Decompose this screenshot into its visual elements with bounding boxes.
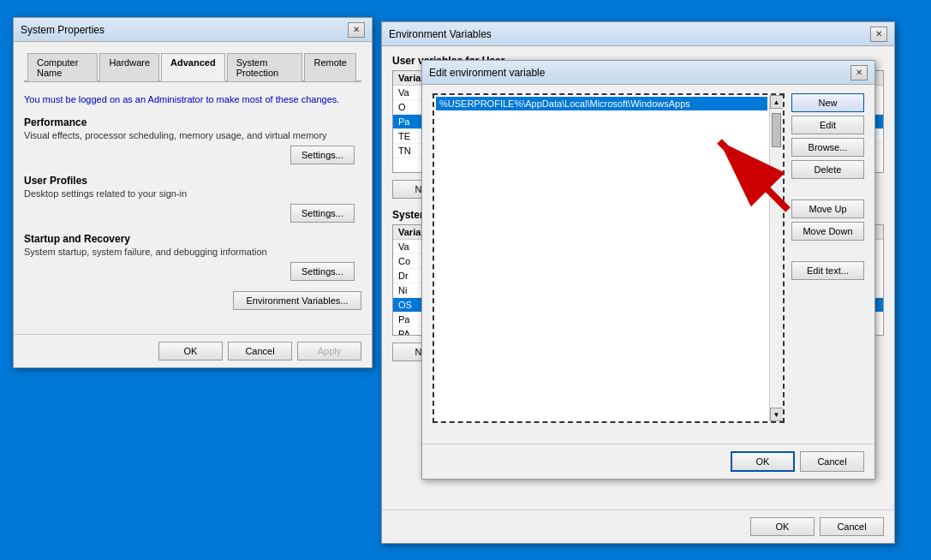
edit-list-container: %USERPROFILE%\AppData\Local\Microsoft\Wi…	[433, 93, 785, 423]
startup-desc: System startup, system failure, and debu…	[24, 247, 361, 257]
user-profiles-title: User Profiles	[24, 175, 361, 187]
path-item-text: %USERPROFILE%\AppData\Local\Microsoft\Wi…	[439, 98, 690, 109]
edit-env-cancel-button[interactable]: Cancel	[800, 451, 864, 472]
tab-system-protection[interactable]: System Protection	[227, 53, 303, 81]
edit-env-browse-button[interactable]: Browse...	[791, 138, 864, 157]
sys-props-content: Computer Name Hardware Advanced System P…	[14, 42, 372, 327]
performance-desc: Visual effects, processor scheduling, me…	[24, 130, 361, 140]
env-vars-ok-button[interactable]: OK	[750, 517, 815, 536]
scrollbar-thumb	[772, 113, 781, 147]
environment-variables-button[interactable]: Environment Variables...	[233, 291, 361, 310]
startup-section: Startup and Recovery System startup, sys…	[24, 233, 361, 281]
tab-advanced[interactable]: Advanced	[161, 53, 225, 81]
sys-props-apply-button[interactable]: Apply	[297, 342, 361, 360]
startup-settings-button[interactable]: Settings...	[290, 262, 355, 281]
sys-props-bottom-bar: OK Cancel Apply	[14, 334, 372, 367]
startup-title: Startup and Recovery	[24, 233, 361, 245]
edit-env-content: %USERPROFILE%\AppData\Local\Microsoft\Wi…	[422, 85, 874, 432]
edit-env-edit-button[interactable]: Edit	[791, 116, 864, 134]
sys-props-title-bar: System Properties ✕	[14, 18, 372, 42]
sys-props-cancel-button[interactable]: Cancel	[228, 342, 292, 360]
edit-env-ok-button[interactable]: OK	[731, 451, 795, 472]
sys-props-close-button[interactable]: ✕	[348, 22, 365, 38]
user-profiles-desc: Desktop settings related to your sign-in	[24, 188, 361, 199]
admin-notice: You must be logged on as an Administrato…	[24, 91, 361, 108]
edit-env-delete-button[interactable]: Delete	[791, 160, 864, 179]
env-vars-cancel-button[interactable]: Cancel	[820, 517, 884, 536]
scroll-down-button[interactable]: ▼	[770, 408, 784, 421]
sys-props-title: System Properties	[21, 24, 346, 36]
edit-env-move-up-button[interactable]: Move Up	[791, 200, 864, 218]
edit-env-edit-text-button[interactable]: Edit text...	[791, 261, 864, 280]
edit-env-close-button[interactable]: ✕	[850, 65, 868, 80]
tab-hardware[interactable]: Hardware	[99, 53, 159, 81]
env-vars-title: Environment Variables	[389, 28, 868, 40]
edit-env-main-area: %USERPROFILE%\AppData\Local\Microsoft\Wi…	[433, 93, 864, 423]
sys-props-tabs: Computer Name Hardware Advanced System P…	[24, 52, 361, 82]
edit-env-title: Edit environment variable	[429, 67, 849, 79]
list-scrollbar[interactable]: ▲ ▼	[769, 95, 783, 421]
performance-section: Performance Visual effects, processor sc…	[24, 116, 361, 164]
scroll-up-button[interactable]: ▲	[770, 95, 784, 109]
env-vars-title-bar: Environment Variables ✕	[382, 22, 894, 46]
performance-settings-button[interactable]: Settings...	[290, 146, 355, 164]
scrollbar-track	[770, 109, 783, 408]
tab-computer-name[interactable]: Computer Name	[27, 53, 98, 81]
edit-env-title-bar: Edit environment variable ✕	[422, 61, 874, 85]
edit-env-bottom-bar: OK Cancel	[422, 444, 874, 479]
list-item[interactable]: %USERPROFILE%\AppData\Local\Microsoft\Wi…	[436, 97, 767, 110]
edit-env-right-buttons: New Edit Browse... Delete Move Up Move D…	[791, 93, 864, 423]
edit-env-new-button[interactable]: New	[791, 93, 864, 112]
user-profiles-section: User Profiles Desktop settings related t…	[24, 175, 361, 223]
edit-environment-variable-dialog: Edit environment variable ✕ %USERPROFILE…	[421, 60, 875, 480]
edit-list: %USERPROFILE%\AppData\Local\Microsoft\Wi…	[434, 95, 769, 421]
env-vars-close-button[interactable]: ✕	[870, 27, 887, 42]
user-profiles-settings-button[interactable]: Settings...	[290, 204, 355, 223]
tab-remote[interactable]: Remote	[304, 53, 356, 81]
performance-title: Performance	[24, 116, 361, 128]
env-vars-bottom-bar: OK Cancel	[382, 509, 894, 543]
system-properties-dialog: System Properties ✕ Computer Name Hardwa…	[13, 17, 373, 368]
edit-env-move-down-button[interactable]: Move Down	[791, 222, 864, 241]
sys-props-ok-button[interactable]: OK	[158, 342, 223, 360]
